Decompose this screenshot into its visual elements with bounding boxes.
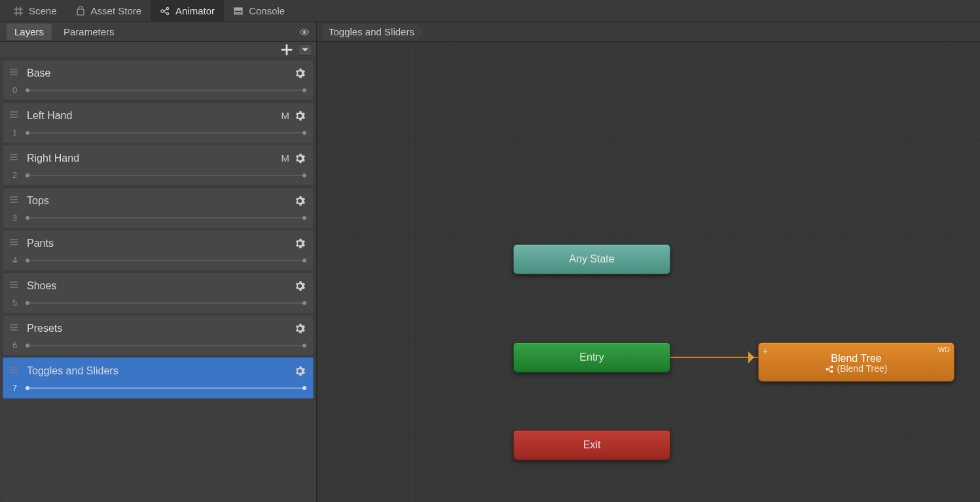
drag-handle-icon[interactable]	[10, 194, 18, 205]
node-label: Exit	[583, 439, 601, 451]
layer-index: 4	[12, 255, 17, 265]
layer-index: 3	[12, 213, 17, 223]
drag-handle-icon[interactable]	[10, 109, 18, 120]
layer-index: 6	[12, 340, 17, 350]
svg-rect-9	[831, 366, 833, 368]
svg-rect-10	[831, 370, 833, 373]
layer-item[interactable]: 0Base	[3, 60, 314, 101]
tab-label: Animator	[175, 5, 215, 16]
console-icon	[233, 6, 244, 16]
layer-weight-slider[interactable]	[27, 302, 305, 304]
svg-rect-5	[234, 10, 242, 12]
layer-item[interactable]: 4Pants	[3, 230, 314, 271]
breadcrumb-root[interactable]: Toggles and Sliders	[322, 24, 424, 40]
breadcrumb: Toggles and Sliders	[317, 22, 980, 42]
layers-list: 0Base1Left HandM2Right HandM3Tops4Pants5…	[0, 58, 316, 502]
layer-name: Presets	[27, 323, 62, 334]
tab-animator[interactable]: Animator	[151, 0, 224, 22]
tab-scene[interactable]: Scene	[4, 0, 66, 22]
layer-name: Tops	[27, 195, 49, 207]
gear-icon[interactable]	[295, 196, 305, 206]
svg-rect-4	[234, 8, 242, 10]
svg-point-3	[166, 12, 168, 14]
tab-label: Scene	[29, 5, 57, 16]
tab-bar: Scene Asset Store Animator Console	[0, 0, 980, 22]
drag-handle-icon[interactable]	[10, 152, 18, 162]
drag-handle-icon[interactable]	[10, 322, 18, 332]
subtab-layers[interactable]: Layers	[7, 24, 52, 40]
drag-handle-icon[interactable]	[10, 67, 18, 77]
layer-name: Base	[27, 67, 50, 79]
animator-graph-canvas[interactable]: Any State Entry + WD Blend Tree (Blend T…	[317, 42, 980, 502]
layer-weight-slider[interactable]	[27, 345, 305, 346]
subtab-parameters[interactable]: Parameters	[56, 24, 122, 40]
layer-name: Right Hand	[27, 152, 79, 164]
node-label: Any State	[569, 253, 614, 265]
layer-index: 1	[12, 128, 17, 137]
gear-icon[interactable]	[295, 153, 305, 164]
layer-options-dropdown[interactable]	[298, 44, 312, 56]
add-layer-button[interactable]	[280, 44, 294, 56]
layer-weight-slider[interactable]	[27, 132, 305, 134]
write-defaults-badge: WD	[938, 346, 950, 353]
drag-handle-icon[interactable]	[10, 279, 18, 290]
layer-item[interactable]: 1Left HandM	[3, 102, 314, 143]
node-sublabel: (Blend Tree)	[825, 364, 887, 374]
layer-weight-slider[interactable]	[27, 90, 305, 91]
gear-icon[interactable]	[295, 323, 305, 334]
layers-panel: Layers Parameters 0Base1Left HandM2Right…	[0, 22, 317, 502]
layer-item[interactable]: 3Tops	[3, 187, 314, 228]
svg-rect-0	[77, 9, 84, 15]
tab-label: Asset Store	[91, 5, 142, 16]
gear-icon[interactable]	[295, 111, 305, 121]
layer-name: Pants	[27, 238, 54, 249]
tab-label: Console	[249, 5, 285, 16]
gear-icon[interactable]	[295, 238, 305, 249]
node-label: Blend Tree	[831, 353, 881, 365]
gear-icon[interactable]	[295, 366, 305, 376]
layer-item[interactable]: 5Shoes	[3, 272, 314, 314]
subtab-bar: Layers Parameters	[0, 22, 316, 42]
drag-handle-icon[interactable]	[10, 365, 18, 375]
svg-point-1	[161, 9, 164, 12]
gear-icon[interactable]	[295, 281, 305, 291]
visibility-icon[interactable]	[299, 27, 310, 37]
mask-indicator: M	[281, 110, 290, 121]
tab-console[interactable]: Console	[224, 0, 294, 22]
node-any-state[interactable]: Any State	[513, 244, 670, 274]
layer-index: 5	[12, 298, 17, 308]
svg-point-7	[303, 31, 306, 33]
svg-rect-8	[826, 368, 829, 370]
drag-handle-icon[interactable]	[10, 237, 18, 247]
gear-icon[interactable]	[295, 68, 305, 79]
node-entry[interactable]: Entry	[513, 342, 670, 372]
layer-weight-slider[interactable]	[27, 387, 305, 389]
node-exit[interactable]: Exit	[513, 430, 670, 460]
layer-weight-slider[interactable]	[27, 175, 305, 176]
layer-name: Toggles and Sliders	[27, 365, 118, 377]
svg-rect-6	[234, 13, 242, 14]
layer-weight-slider[interactable]	[27, 260, 305, 261]
plus-icon: +	[763, 346, 768, 356]
layer-name: Left Hand	[27, 110, 72, 122]
mask-indicator: M	[281, 152, 290, 164]
svg-point-2	[166, 7, 168, 9]
animator-icon	[160, 6, 170, 16]
bag-icon	[75, 6, 86, 16]
node-blend-tree[interactable]: + WD Blend Tree (Blend Tree)	[758, 342, 954, 382]
layer-weight-slider[interactable]	[27, 217, 305, 219]
grid-icon	[13, 6, 24, 16]
layer-index: 2	[12, 170, 17, 180]
layer-index: 0	[12, 85, 17, 95]
layer-item[interactable]: 6Presets	[3, 315, 314, 356]
layer-item[interactable]: 2Right HandM	[3, 145, 314, 186]
tab-asset-store[interactable]: Asset Store	[66, 0, 151, 22]
layer-item[interactable]: 7Toggles and Sliders	[3, 357, 314, 399]
node-label: Entry	[579, 351, 604, 363]
transition-arrow	[670, 357, 759, 358]
layers-toolbar	[0, 42, 316, 58]
layer-index: 7	[12, 383, 17, 393]
layer-name: Shoes	[27, 280, 56, 292]
